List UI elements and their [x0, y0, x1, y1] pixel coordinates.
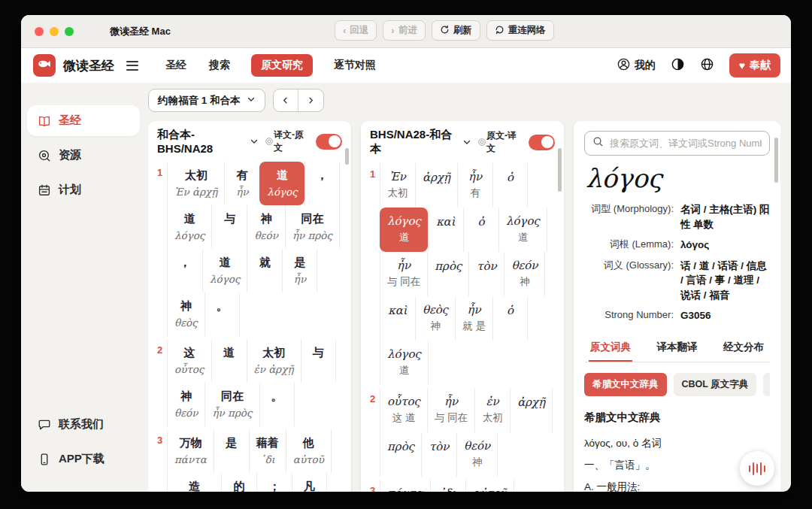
word-cell[interactable]: 道λόγος — [202, 249, 247, 292]
word-cell[interactable]: 凡 — [292, 473, 327, 492]
close-window-button[interactable] — [35, 27, 44, 36]
word-cell[interactable]: ἦν有 — [457, 163, 492, 208]
word-cell[interactable]: 的 — [221, 473, 256, 492]
word-cell[interactable]: 神θεόν — [247, 205, 284, 249]
donate-button[interactable]: ♥ 奉献 — [729, 53, 780, 77]
sidebar-item-resources[interactable]: 资源 — [27, 140, 140, 171]
word-cell[interactable]: 有ἦν — [224, 162, 259, 205]
panel-title[interactable]: 和合本-BHS/NA28 — [157, 128, 246, 155]
word-cell-selected[interactable]: λόγος道 — [380, 208, 428, 252]
book-selector[interactable]: 约翰福音 1 和合本 — [148, 89, 265, 112]
word-cell[interactable]: τὸν — [421, 432, 456, 477]
sidebar-item-plans[interactable]: 计划 — [27, 174, 140, 205]
panel-title[interactable]: BHS/NA28-和合本 — [370, 128, 459, 156]
header-tab-original-text-study[interactable]: 原文研究 — [251, 54, 313, 77]
word-cell[interactable]: ； — [256, 473, 292, 492]
word-cell[interactable]: 万物πάντα — [167, 429, 214, 473]
forward-button[interactable]: › 前进 — [383, 20, 425, 41]
direction-toggle[interactable] — [529, 135, 555, 150]
dict-source-sdntg-dictionary[interactable]: SDNTG 希 — [763, 373, 770, 396]
panel-settings-icon[interactable] — [265, 137, 274, 146]
word-cell[interactable]: 神θεὸς — [167, 292, 205, 336]
dict-source-greek-chinese-dictionary[interactable]: 希腊文中文辞典 — [584, 373, 667, 396]
word-cell[interactable]: ἦν就 是 — [455, 296, 492, 341]
word-cell[interactable]: ὁ — [492, 296, 528, 341]
scrollbar-thumb[interactable] — [774, 138, 778, 183]
direction-toggle[interactable] — [316, 134, 342, 150]
scrollbar-thumb[interactable] — [345, 148, 349, 165]
word-cell[interactable]: ἀρχῇ — [415, 163, 457, 208]
word-cell[interactable]: ἀρχῇ — [510, 388, 553, 432]
word-cell[interactable]: λόγος道 — [380, 341, 429, 385]
header-tab-bible[interactable]: 圣经 — [164, 54, 188, 77]
app-logo[interactable] — [33, 54, 56, 77]
word-cell[interactable]: 同在ἦν πρὸς — [205, 383, 259, 426]
word-cell[interactable]: θεόν神 — [504, 252, 545, 296]
word-cell[interactable]: οὗτος这 道 — [380, 388, 427, 432]
sidebar-item-app-download[interactable]: APP下载 — [27, 444, 140, 474]
tab-translation-renderings[interactable]: 译本翻译 — [656, 335, 699, 362]
word-cell[interactable]: ὁ — [492, 163, 528, 208]
word-cell[interactable]: Ἐν太初 — [380, 163, 415, 208]
word-cell[interactable]: ᾿δι藉着 — [430, 480, 465, 492]
word-cell[interactable]: καὶ — [428, 208, 463, 252]
word-cell[interactable]: 。 — [205, 292, 240, 336]
word-cell[interactable]: 道λόγος — [167, 205, 211, 249]
word-cell[interactable]: τὸν — [468, 252, 504, 296]
word-cell[interactable]: 。 — [259, 383, 295, 426]
word-cell[interactable]: ἦν与 同在 — [427, 388, 474, 432]
word-cell[interactable]: ， — [304, 162, 340, 205]
panel-settings-icon[interactable] — [477, 138, 486, 147]
header-tab-search[interactable]: 搜索 — [208, 54, 232, 77]
sidebar-item-bible[interactable]: 圣经 — [27, 105, 140, 136]
next-chapter-button[interactable] — [298, 89, 323, 111]
menu-icon[interactable] — [126, 61, 138, 71]
word-cell[interactable]: ὁ — [463, 208, 498, 252]
back-button[interactable]: ‹ 回退 — [335, 20, 377, 41]
search-input[interactable] — [610, 138, 762, 149]
tab-original-dictionary[interactable]: 原文词典 — [589, 335, 632, 362]
prev-chapter-button[interactable] — [274, 89, 298, 111]
word-cell[interactable]: 与 — [301, 339, 336, 383]
word-cell[interactable]: λόγος道 — [498, 208, 547, 252]
word-cell[interactable]: αὐτοῦ他 — [465, 480, 515, 492]
word-cell[interactable]: 这οὗτος — [167, 339, 211, 383]
word-cell[interactable]: 就 — [247, 249, 282, 292]
contrast-toggle-button[interactable] — [671, 57, 685, 74]
word-cell[interactable]: 道 — [211, 339, 247, 383]
scrollbar-thumb[interactable] — [558, 148, 562, 192]
word-cell[interactable]: θεόν神 — [456, 432, 498, 477]
word-cell[interactable]: ， — [167, 249, 202, 292]
word-cell[interactable]: θεὸς神 — [415, 296, 455, 341]
word-cell[interactable]: καὶ — [380, 296, 415, 341]
header-tab-verse-compare[interactable]: 逐节对照 — [332, 54, 377, 77]
chevron-down-icon[interactable] — [250, 137, 259, 146]
sidebar-item-contact-us[interactable]: 联系我们 — [27, 409, 140, 440]
language-button[interactable] — [700, 57, 714, 74]
word-cell[interactable]: 太初ἐν ἀρχῇ — [247, 339, 301, 383]
word-cell[interactable]: ἐν太初 — [474, 388, 510, 432]
word-cell[interactable]: 同在ἦν πρὸς — [285, 205, 340, 249]
minimize-window-button[interactable] — [50, 27, 59, 36]
word-cell[interactable]: ἦν与 同在 — [380, 252, 427, 296]
word-cell[interactable]: 藉着᾿δι — [249, 429, 286, 473]
word-cell[interactable]: πάντα万物 — [380, 480, 430, 492]
word-cell-selected[interactable]: 道λόγος — [259, 162, 304, 205]
word-cell[interactable]: 太初Ἐν ἀρχῇ — [167, 162, 224, 205]
tab-verse-distribution[interactable]: 经文分布 — [722, 335, 765, 362]
reconnect-button[interactable]: 重连网络 — [486, 20, 554, 41]
refresh-button[interactable]: 刷新 — [432, 20, 480, 41]
my-account-button[interactable]: 我的 — [617, 57, 656, 74]
word-cell[interactable]: πρὸς — [427, 252, 468, 296]
dict-source-cbol-dictionary[interactable]: CBOL 原文字典 — [674, 373, 757, 396]
audio-play-button[interactable] — [740, 451, 774, 486]
chevron-down-icon[interactable] — [462, 138, 471, 147]
zoom-window-button[interactable] — [65, 27, 74, 36]
word-cell[interactable]: 他αὐτοῦ — [286, 429, 332, 473]
word-cell[interactable]: 是ἦν — [282, 249, 317, 292]
word-cell[interactable]: πρὸς — [380, 432, 421, 477]
word-cell[interactable]: 神θεόν — [167, 383, 205, 426]
word-cell[interactable]: 造ἐγένετο — [167, 473, 221, 492]
word-cell[interactable]: 与 — [211, 205, 247, 249]
word-cell[interactable]: 是 — [214, 429, 249, 473]
